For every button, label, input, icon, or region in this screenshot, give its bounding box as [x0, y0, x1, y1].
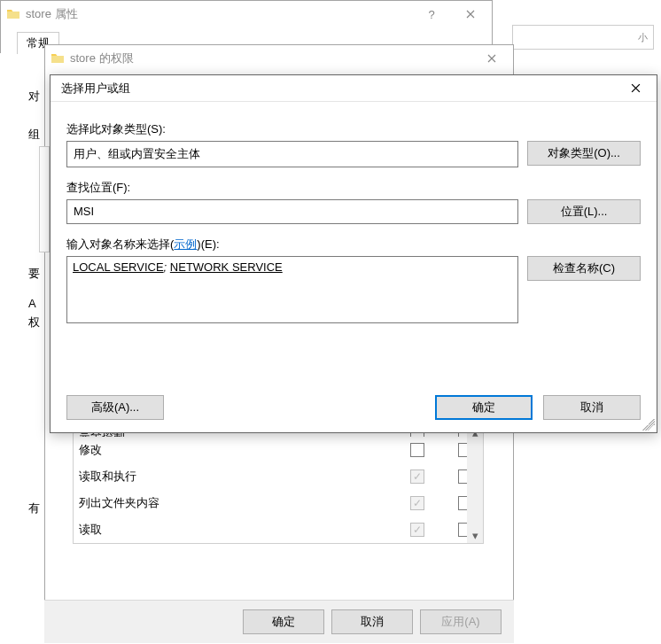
group-list-fragment [39, 146, 50, 252]
label-require: 要 [28, 266, 40, 282]
locations-button[interactable]: 位置(L)... [527, 199, 641, 224]
label-object-type: 选择此对象类型(S): [66, 121, 641, 137]
label-object: 对 [28, 89, 40, 105]
advanced-button[interactable]: 高级(A)... [66, 395, 164, 420]
titlebar-permissions[interactable]: store 的权限 [45, 45, 513, 72]
window-title: store 属性 [26, 6, 412, 22]
titlebar-properties[interactable]: store 属性 ? [1, 1, 492, 27]
resize-grip-icon[interactable] [642, 418, 655, 431]
allow-checkbox[interactable]: ✓ [410, 469, 424, 484]
window-select-users: 选择用户或组 选择此对象类型(S): 用户、组或内置安全主体 对象类型(O)..… [50, 74, 657, 433]
titlebar-select-users[interactable]: 选择用户或组 [51, 75, 657, 102]
example-link[interactable]: 示例 [174, 237, 197, 251]
location-field: MSI [66, 199, 518, 224]
scrollbar[interactable]: ▴ ▾ [467, 424, 483, 543]
object-type-field: 用户、组或内置安全主体 [66, 141, 518, 167]
label-group: 组 [28, 127, 40, 143]
folder-icon [51, 51, 65, 66]
help-button[interactable]: ? [412, 2, 451, 27]
label-location: 查找位置(F): [66, 180, 641, 196]
label-names-suffix: )(E): [197, 237, 219, 251]
check-names-button[interactable]: 检查名称(C) [527, 256, 641, 281]
table-row: 读取和执行 ✓ [74, 463, 483, 490]
label-a: A [28, 297, 36, 310]
perm-name: 读取 [79, 522, 410, 538]
perm-name: 读取和执行 [79, 469, 410, 485]
resolved-name-1: LOCAL SERVICE [73, 260, 164, 274]
label-etc: 有 [28, 500, 40, 516]
window-title: store 的权限 [70, 50, 472, 66]
label-perm: 权 [28, 314, 40, 330]
scroll-down-icon[interactable]: ▾ [467, 527, 483, 543]
table-row: 读取 ✓ [74, 516, 483, 543]
label-names: 输入对象名称来选择(示例)(E): [66, 237, 641, 252]
object-names-input[interactable]: LOCAL SERVICE; NETWORK SERVICE [66, 256, 518, 323]
close-button[interactable] [472, 46, 511, 71]
perm-name: 列出文件夹内容 [79, 495, 410, 511]
close-button[interactable] [616, 76, 655, 101]
permissions-table: 完全控制 修改 读取和执行 ✓ 列出文件夹内容 ✓ 读取 ✓ ▴ ▾ [73, 423, 484, 544]
cancel-button[interactable]: 取消 [331, 609, 413, 634]
label-names-prefix: 输入对象名称来选择( [66, 237, 174, 251]
cancel-button[interactable]: 取消 [543, 395, 641, 420]
close-button[interactable] [451, 2, 490, 27]
table-row: 列出文件夹内容 ✓ [74, 490, 483, 516]
allow-checkbox[interactable]: ✓ [410, 496, 424, 510]
apply-button[interactable]: 应用(A) [420, 609, 502, 634]
stray-fragment: 小 [512, 25, 654, 50]
table-row: 修改 [74, 437, 483, 463]
perm-name: 修改 [79, 442, 410, 458]
allow-checkbox[interactable]: ✓ [410, 523, 424, 537]
ok-button[interactable]: 确定 [243, 609, 324, 634]
permissions-footer: 确定 取消 应用(A) [44, 600, 514, 643]
allow-checkbox[interactable] [410, 443, 424, 457]
folder-icon [6, 7, 20, 21]
select-users-body: 选择此对象类型(S): 用户、组或内置安全主体 对象类型(O)... 查找位置(… [51, 102, 657, 432]
ok-button[interactable]: 确定 [435, 395, 533, 420]
separator: ; [164, 260, 170, 274]
resolved-name-2: NETWORK SERVICE [170, 260, 283, 274]
window-title: 选择用户或组 [56, 81, 616, 97]
stray-text: 小 [638, 31, 648, 44]
object-types-button[interactable]: 对象类型(O)... [527, 141, 641, 166]
